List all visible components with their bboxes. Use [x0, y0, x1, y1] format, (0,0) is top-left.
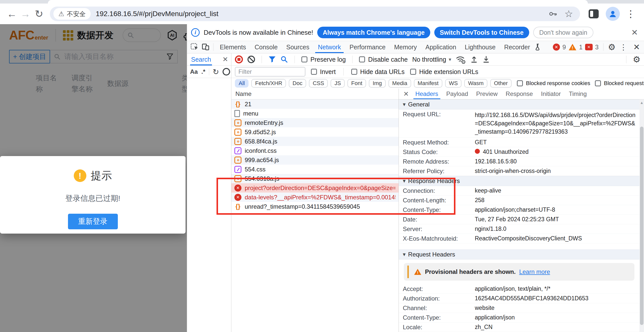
details-tab[interactable]: Response — [502, 89, 537, 99]
forward-icon[interactable]: → — [19, 7, 32, 21]
request-row[interactable]: unread?_timestamp=0.3411584539659045 — [231, 202, 399, 211]
browser-menu-icon[interactable]: ⋮ — [626, 8, 635, 19]
disable-cache-checkbox[interactable]: Disable cache — [359, 56, 408, 63]
devtools-settings-icon[interactable]: ⚙ — [608, 42, 616, 52]
devtools-tab[interactable]: Elements — [216, 41, 250, 53]
extra-filter-checkbox[interactable]: Blocked response cookies — [517, 80, 590, 87]
device-toolbar-icon[interactable] — [200, 42, 211, 52]
details-tab[interactable]: Timing — [565, 89, 591, 99]
devtools-tab[interactable]: Performance — [345, 41, 390, 53]
name-column-header[interactable]: Name — [231, 89, 399, 99]
search-tab[interactable]: Search — [190, 53, 212, 65]
request-row[interactable]: iconfont.css — [231, 146, 399, 155]
type-filter-chip[interactable]: Manifest — [414, 79, 442, 88]
scrollbar[interactable]: ▲ — [639, 99, 644, 332]
devtools-tab[interactable]: Network — [314, 41, 345, 53]
search-clear-icon[interactable] — [223, 68, 230, 76]
checkbox-icon[interactable] — [517, 80, 523, 86]
url-text[interactable]: 192.168.16.5/#/prjDevMenu/project_list — [96, 10, 218, 18]
checkbox-icon[interactable] — [311, 69, 317, 75]
request-row[interactable]: 554.css — [231, 165, 399, 174]
type-filter-chip[interactable]: Doc — [289, 79, 306, 88]
request-row[interactable]: 658.8f4ca.js — [231, 137, 399, 146]
preserve-log-checkbox[interactable]: Preserve log — [301, 56, 346, 63]
type-filter-chip[interactable]: Fetch/XHR — [251, 79, 286, 88]
switch-to-chinese-button[interactable]: Switch DevTools to Chinese — [434, 27, 529, 38]
export-har-icon[interactable] — [482, 55, 490, 63]
devtools-tab[interactable]: Console — [250, 41, 282, 53]
type-filter-chip[interactable]: WS — [445, 79, 461, 88]
bookmark-star-icon[interactable]: ☆ — [564, 8, 573, 19]
details-tab[interactable]: Preview — [472, 89, 502, 99]
request-row[interactable]: 59.d5d52.js — [231, 127, 399, 137]
invert-checkbox[interactable]: Invert — [311, 68, 336, 76]
devtools-tab[interactable]: Lighthouse — [460, 41, 500, 53]
dont-show-again-button[interactable]: Don't show again — [533, 27, 593, 38]
type-filter-chip[interactable]: JS — [331, 79, 345, 88]
network-settings-icon[interactable]: ⚙ — [633, 54, 640, 64]
scrollbar-thumb[interactable] — [640, 127, 643, 325]
infobar-close-icon[interactable]: ✕ — [629, 28, 640, 37]
inspect-element-icon[interactable] — [189, 42, 200, 52]
extra-filter-checkbox[interactable]: Blocked requests — [595, 80, 644, 87]
request-headers-section-header[interactable]: Request Headers — [399, 249, 639, 260]
devtools-tab[interactable]: Recorder — [500, 41, 534, 53]
checkbox-icon[interactable] — [595, 80, 601, 86]
match-case-toggle[interactable]: Aa — [190, 68, 198, 75]
details-close-icon[interactable]: ✕ — [401, 90, 411, 98]
console-errors-icon[interactable]: ✕ — [553, 44, 560, 51]
request-row[interactable]: 21 — [231, 99, 399, 109]
hide-data-urls-checkbox[interactable]: Hide data URLs — [351, 68, 405, 76]
relogin-button[interactable]: 重新登录 — [68, 214, 118, 229]
error-count[interactable]: 9 — [562, 44, 566, 51]
address-bar[interactable]: ⚠ 不安全 192.168.16.5/#/prjDevMenu/project_… — [50, 7, 580, 21]
warning-count[interactable]: 1 — [579, 44, 583, 51]
request-row[interactable]: project?orderDirection=DESC&pageIndex=0&… — [231, 183, 399, 193]
search-close-icon[interactable]: ✕ — [222, 55, 228, 63]
scrollbar-up-icon[interactable]: ▲ — [639, 99, 644, 106]
request-row[interactable]: remoteEntry.js — [231, 118, 399, 127]
reload-icon[interactable]: ↻ — [32, 7, 46, 21]
type-filter-chip[interactable]: Wasm — [464, 79, 487, 88]
console-warnings-icon[interactable]: ! — [568, 43, 577, 51]
back-icon[interactable]: ← — [5, 7, 19, 21]
issue-count[interactable]: 3 — [595, 44, 599, 51]
side-panel-icon[interactable] — [589, 9, 599, 18]
search-refresh-icon[interactable]: ↻ — [213, 67, 219, 76]
devtools-tab[interactable]: Sources — [282, 41, 314, 53]
type-filter-chip[interactable]: All — [235, 79, 248, 88]
network-filter-input[interactable] — [235, 67, 305, 77]
match-language-button[interactable]: Always match Chrome's language — [317, 27, 430, 38]
filter-funnel-icon[interactable] — [268, 56, 276, 63]
search-network-icon[interactable] — [280, 56, 288, 63]
type-filter-chip[interactable]: Other — [490, 79, 512, 88]
type-filter-chip[interactable]: Media — [388, 79, 411, 88]
regex-toggle[interactable]: .* — [201, 68, 205, 75]
type-filter-chip[interactable]: Img — [369, 79, 386, 88]
password-key-icon[interactable] — [549, 10, 557, 18]
details-tab[interactable]: Initiator — [537, 89, 565, 99]
checkbox-icon[interactable] — [351, 69, 357, 75]
throttling-dropdown[interactable]: No throttling ▾ — [412, 56, 451, 63]
devtools-menu-icon[interactable]: ⋮ — [618, 43, 629, 52]
type-filter-chip[interactable]: Font — [347, 79, 366, 88]
security-badge[interactable]: ⚠ 不安全 — [53, 8, 91, 20]
network-conditions-icon[interactable] — [456, 55, 466, 64]
request-row[interactable]: data-levels?__apiPrefix=%2FDWS&_timestam… — [231, 193, 399, 202]
details-tab[interactable]: Payload — [442, 89, 472, 99]
devtools-close-icon[interactable]: ✕ — [631, 42, 642, 52]
request-row[interactable]: menu — [231, 109, 399, 118]
hide-extension-urls-checkbox[interactable]: Hide extension URLs — [410, 68, 478, 76]
request-row[interactable]: 554.6318a.js — [231, 174, 399, 183]
checkbox-icon[interactable] — [359, 56, 365, 62]
response-headers-section-header[interactable]: Response Headers — [399, 176, 639, 186]
details-tab[interactable]: Headers — [411, 89, 442, 99]
import-har-icon[interactable] — [470, 55, 478, 63]
clear-network-log-icon[interactable] — [247, 56, 255, 63]
checkbox-icon[interactable] — [410, 69, 416, 75]
record-network-log-icon[interactable] — [235, 55, 243, 63]
request-row[interactable]: 999.ac654.js — [231, 155, 399, 165]
learn-more-link[interactable]: Learn more — [519, 268, 550, 275]
checkbox-icon[interactable] — [301, 56, 307, 62]
issues-icon[interactable]: ✕ — [585, 44, 593, 50]
